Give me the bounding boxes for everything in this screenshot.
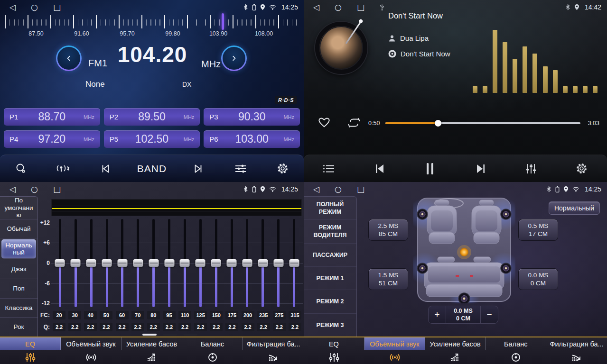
eq-band-slider[interactable] <box>199 219 202 307</box>
eq-preset-item-0[interactable]: По умолчанию <box>0 197 37 219</box>
eq-slider-knob[interactable] <box>289 259 299 267</box>
next-track-button[interactable] <box>470 163 491 174</box>
previous-station-button[interactable] <box>95 163 116 174</box>
back-button[interactable]: ◁ <box>9 185 16 193</box>
surround-mode-item-3[interactable]: РЕЖИМ 1 <box>304 267 356 290</box>
band-button[interactable]: BAND <box>137 163 167 174</box>
settings-button[interactable] <box>571 163 592 174</box>
tab-eq[interactable]: EQ <box>304 337 364 364</box>
back-button[interactable]: ◁ <box>313 3 319 11</box>
eq-slider-knob[interactable] <box>55 259 65 267</box>
tuning-dial[interactable]: 87.5091.6095.7099.80103.90108.00 <box>0 14 304 39</box>
tab-balance[interactable]: Баланс <box>182 337 243 364</box>
home-button[interactable]: ○ <box>31 3 38 11</box>
radio-preset-P3[interactable]: P3 90.30 MHz <box>204 108 300 126</box>
eq-preset-item-3[interactable]: Джаз <box>0 260 37 279</box>
front-left-delay-button[interactable]: 2.5 MS 85 CM <box>368 219 408 241</box>
eq-preset-item-4[interactable]: Поп <box>0 279 37 299</box>
sound-profile-button[interactable]: Нормальный <box>549 201 600 215</box>
home-button[interactable]: ○ <box>31 185 38 193</box>
back-button[interactable]: ◁ <box>9 3 16 11</box>
playlist-button[interactable] <box>318 164 339 173</box>
eq-slider-knob[interactable] <box>180 259 190 267</box>
tab-bass-boost[interactable]: Усиление басов <box>425 337 486 364</box>
eq-band-slider[interactable] <box>137 219 139 307</box>
tab-eq[interactable]: EQ <box>0 337 61 364</box>
eq-slider-knob[interactable] <box>242 259 252 267</box>
eq-band-slider[interactable] <box>168 219 170 307</box>
eq-band-scrollbar[interactable] <box>39 333 303 337</box>
recents-button[interactable]: □ <box>53 185 61 193</box>
recents-button[interactable]: □ <box>53 3 61 11</box>
tab-filter[interactable]: Фильтрация ба... <box>243 337 304 364</box>
eq-slider-knob[interactable] <box>258 259 268 267</box>
tab-balance[interactable]: Баланс <box>486 337 546 364</box>
eq-slider-knob[interactable] <box>71 259 81 267</box>
tab-surround-sound[interactable]: Объёмный звук <box>61 337 121 364</box>
radio-preset-P5[interactable]: P5 102.50 MHz <box>104 130 200 148</box>
eq-band-slider[interactable] <box>121 219 123 307</box>
surround-mode-item-2[interactable]: ПАССАЖИР <box>304 244 356 267</box>
album-art[interactable] <box>315 22 367 74</box>
progress-thumb[interactable] <box>435 120 441 127</box>
eq-preset-item-1[interactable]: Обычай <box>0 219 37 239</box>
back-button[interactable]: ◁ <box>313 185 319 193</box>
increase-delay-button[interactable]: + <box>429 306 446 323</box>
rear-left-delay-button[interactable]: 1.5 MS 51 CM <box>368 268 408 290</box>
eq-band-slider[interactable] <box>246 219 248 307</box>
home-button[interactable]: ○ <box>335 3 342 11</box>
front-right-delay-button[interactable]: 0.5 MS 17 CM <box>518 219 558 241</box>
mixer-button[interactable] <box>521 163 542 174</box>
home-button[interactable]: ○ <box>335 185 342 193</box>
surround-mode-item-5[interactable]: РЕЖИМ 3 <box>304 314 356 337</box>
scan-button[interactable] <box>10 163 31 174</box>
eq-band-slider[interactable] <box>59 219 61 307</box>
tab-bass-boost[interactable]: Усиление басов <box>121 337 182 364</box>
eq-band-slider[interactable] <box>184 219 186 307</box>
previous-track-button[interactable] <box>369 163 390 174</box>
next-station-button[interactable] <box>188 163 209 174</box>
radio-preset-P1[interactable]: P1 88.70 MHz <box>4 108 100 126</box>
surround-mode-item-1[interactable]: РЕЖИМ ВОДИТЕЛЯ <box>304 220 356 243</box>
eq-band-slider[interactable] <box>231 219 233 307</box>
eq-band-slider[interactable] <box>261 219 264 307</box>
radio-preset-P4[interactable]: P4 97.20 MHz <box>4 130 100 148</box>
eq-band-slider[interactable] <box>215 219 217 307</box>
tab-filter[interactable]: Фильтрация ба... <box>546 337 607 364</box>
eq-band-slider[interactable] <box>106 219 108 307</box>
recents-button[interactable]: □ <box>357 185 364 193</box>
surround-mode-item-0[interactable]: ПОЛНЫЙ РЕЖИМ <box>304 197 356 220</box>
radio-preset-P6[interactable]: P6 103.00 MHz <box>204 130 300 148</box>
eq-slider-knob[interactable] <box>86 259 96 267</box>
recents-button[interactable]: □ <box>357 3 364 11</box>
scroll-handle[interactable] <box>142 334 157 336</box>
surround-mode-item-4[interactable]: РЕЖИМ 2 <box>304 290 356 313</box>
eq-slider-knob[interactable] <box>102 259 112 267</box>
seek-bar[interactable] <box>385 122 580 124</box>
eq-slider-knob[interactable] <box>164 259 174 267</box>
favorite-button[interactable] <box>318 117 330 130</box>
seek-down-button[interactable] <box>56 46 82 71</box>
repeat-button[interactable] <box>347 118 361 130</box>
eq-band-slider[interactable] <box>293 219 295 307</box>
eq-band-slider[interactable] <box>277 219 280 307</box>
radio-preset-P2[interactable]: P2 89.50 MHz <box>104 108 200 126</box>
eq-preset-item-2[interactable]: Нормальный <box>1 239 36 259</box>
eq-band-slider[interactable] <box>152 219 155 307</box>
eq-slider-knob[interactable] <box>273 259 283 267</box>
eq-preset-item-6[interactable]: Рок <box>0 318 37 337</box>
eq-preset-item-5[interactable]: Классика <box>0 299 37 318</box>
eq-slider-knob[interactable] <box>227 259 237 267</box>
eq-slider-knob[interactable] <box>196 259 205 267</box>
pause-button[interactable] <box>420 163 440 175</box>
eq-slider-knob[interactable] <box>149 259 159 267</box>
eq-slider-knob[interactable] <box>117 259 127 267</box>
seek-up-button[interactable] <box>221 46 247 71</box>
decrease-delay-button[interactable]: − <box>481 306 498 323</box>
eq-slider-knob[interactable] <box>211 259 221 267</box>
eq-band-slider[interactable] <box>90 219 93 307</box>
tab-surround-sound[interactable]: Объёмный звук <box>364 337 425 364</box>
equalizer-button[interactable] <box>230 164 251 174</box>
eq-band-slider[interactable] <box>75 219 77 307</box>
settings-button[interactable] <box>272 163 293 174</box>
